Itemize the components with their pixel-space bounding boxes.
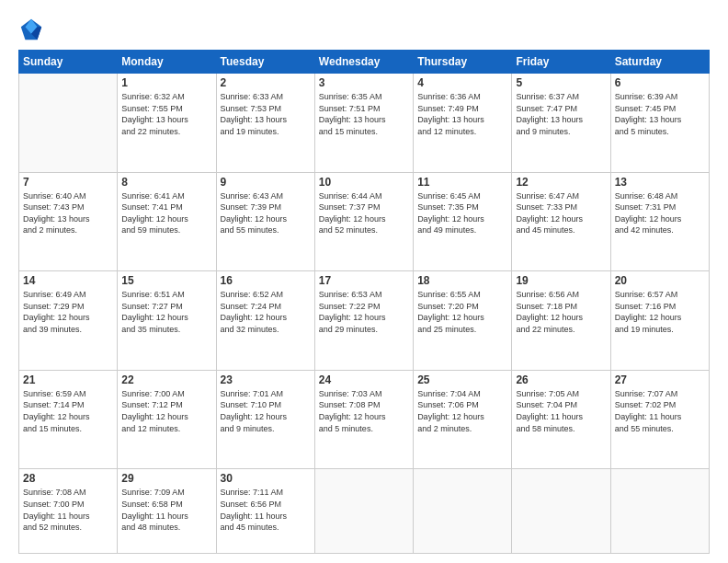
calendar-cell: 3Sunrise: 6:35 AM Sunset: 7:51 PM Daylig… [314,74,413,173]
calendar-cell: 19Sunrise: 6:56 AM Sunset: 7:18 PM Dayli… [512,271,610,371]
weekday-header-wednesday: Wednesday [314,51,413,74]
calendar-cell: 5Sunrise: 6:37 AM Sunset: 7:47 PM Daylig… [512,74,610,173]
day-number: 4 [417,76,507,89]
week-row-4: 28Sunrise: 7:08 AM Sunset: 7:00 PM Dayli… [19,469,710,554]
day-number: 1 [121,76,211,89]
calendar-cell: 15Sunrise: 6:51 AM Sunset: 7:27 PM Dayli… [118,271,216,371]
day-number: 23 [221,373,311,386]
calendar-cell: 9Sunrise: 6:43 AM Sunset: 7:39 PM Daylig… [216,172,314,271]
day-number: 8 [121,176,211,189]
day-info: Sunrise: 6:56 AM Sunset: 7:18 PM Dayligh… [516,289,606,335]
calendar-cell [512,469,610,554]
day-info: Sunrise: 7:03 AM Sunset: 7:08 PM Dayligh… [319,388,409,434]
day-number: 15 [121,274,211,287]
day-number: 12 [516,176,606,189]
day-info: Sunrise: 6:53 AM Sunset: 7:22 PM Dayligh… [319,289,409,335]
calendar-cell: 24Sunrise: 7:03 AM Sunset: 7:08 PM Dayli… [314,370,413,469]
day-number: 22 [121,373,211,386]
day-number: 19 [516,274,606,287]
calendar-cell: 12Sunrise: 6:47 AM Sunset: 7:33 PM Dayli… [512,172,610,271]
day-info: Sunrise: 6:48 AM Sunset: 7:31 PM Dayligh… [615,190,705,236]
day-info: Sunrise: 6:51 AM Sunset: 7:27 PM Dayligh… [121,289,211,335]
calendar-cell: 13Sunrise: 6:48 AM Sunset: 7:31 PM Dayli… [610,172,709,271]
calendar-cell: 27Sunrise: 7:07 AM Sunset: 7:02 PM Dayli… [610,370,709,469]
page-header [18,17,710,42]
calendar-cell: 6Sunrise: 6:39 AM Sunset: 7:45 PM Daylig… [610,74,709,173]
logo-icon [18,17,44,42]
calendar-cell: 29Sunrise: 7:09 AM Sunset: 6:58 PM Dayli… [118,469,216,554]
day-number: 30 [221,472,311,485]
calendar-cell: 23Sunrise: 7:01 AM Sunset: 7:10 PM Dayli… [216,370,314,469]
day-number: 18 [417,274,507,287]
calendar-cell: 30Sunrise: 7:11 AM Sunset: 6:56 PM Dayli… [216,469,314,554]
calendar-cell: 7Sunrise: 6:40 AM Sunset: 7:43 PM Daylig… [19,172,118,271]
day-info: Sunrise: 6:39 AM Sunset: 7:45 PM Dayligh… [615,91,705,137]
weekday-header-row: SundayMondayTuesdayWednesdayThursdayFrid… [19,51,710,74]
calendar-cell: 17Sunrise: 6:53 AM Sunset: 7:22 PM Dayli… [314,271,413,371]
calendar-cell: 20Sunrise: 6:57 AM Sunset: 7:16 PM Dayli… [610,271,709,371]
weekday-header-sunday: Sunday [19,51,118,74]
day-info: Sunrise: 6:57 AM Sunset: 7:16 PM Dayligh… [615,289,705,335]
day-number: 13 [615,176,705,189]
day-number: 9 [221,176,311,189]
day-number: 5 [516,76,606,89]
day-number: 2 [221,76,311,89]
day-number: 3 [319,76,409,89]
calendar-cell [314,469,413,554]
day-info: Sunrise: 6:33 AM Sunset: 7:53 PM Dayligh… [221,91,311,137]
day-info: Sunrise: 6:41 AM Sunset: 7:41 PM Dayligh… [121,190,211,236]
calendar-cell [19,74,118,173]
day-number: 28 [23,472,113,485]
day-info: Sunrise: 7:09 AM Sunset: 6:58 PM Dayligh… [121,487,211,533]
day-info: Sunrise: 6:32 AM Sunset: 7:55 PM Dayligh… [121,91,211,137]
day-number: 27 [615,373,705,386]
day-number: 6 [615,76,705,89]
week-row-1: 7Sunrise: 6:40 AM Sunset: 7:43 PM Daylig… [19,172,710,271]
day-info: Sunrise: 7:08 AM Sunset: 7:00 PM Dayligh… [23,487,113,533]
calendar-cell: 14Sunrise: 6:49 AM Sunset: 7:29 PM Dayli… [19,271,118,371]
day-number: 25 [417,373,507,386]
week-row-3: 21Sunrise: 6:59 AM Sunset: 7:14 PM Dayli… [19,370,710,469]
weekday-header-friday: Friday [512,51,610,74]
day-number: 10 [319,176,409,189]
calendar-cell: 25Sunrise: 7:04 AM Sunset: 7:06 PM Dayli… [414,370,512,469]
day-number: 16 [221,274,311,287]
weekday-header-thursday: Thursday [414,51,512,74]
calendar-cell: 4Sunrise: 6:36 AM Sunset: 7:49 PM Daylig… [414,74,512,173]
weekday-header-monday: Monday [118,51,216,74]
calendar-cell: 21Sunrise: 6:59 AM Sunset: 7:14 PM Dayli… [19,370,118,469]
day-number: 17 [319,274,409,287]
calendar-cell: 18Sunrise: 6:55 AM Sunset: 7:20 PM Dayli… [414,271,512,371]
calendar-cell: 1Sunrise: 6:32 AM Sunset: 7:55 PM Daylig… [118,74,216,173]
calendar-cell [414,469,512,554]
calendar-cell [610,469,709,554]
day-number: 29 [121,472,211,485]
day-info: Sunrise: 6:59 AM Sunset: 7:14 PM Dayligh… [23,388,113,434]
day-info: Sunrise: 6:43 AM Sunset: 7:39 PM Dayligh… [221,190,311,236]
day-info: Sunrise: 6:49 AM Sunset: 7:29 PM Dayligh… [23,289,113,335]
day-info: Sunrise: 6:44 AM Sunset: 7:37 PM Dayligh… [319,190,409,236]
day-number: 26 [516,373,606,386]
day-info: Sunrise: 7:07 AM Sunset: 7:02 PM Dayligh… [615,388,705,434]
calendar-cell: 26Sunrise: 7:05 AM Sunset: 7:04 PM Dayli… [512,370,610,469]
day-info: Sunrise: 7:01 AM Sunset: 7:10 PM Dayligh… [221,388,311,434]
day-number: 21 [23,373,113,386]
day-number: 24 [319,373,409,386]
calendar-cell: 10Sunrise: 6:44 AM Sunset: 7:37 PM Dayli… [314,172,413,271]
day-number: 7 [23,176,113,189]
day-info: Sunrise: 7:04 AM Sunset: 7:06 PM Dayligh… [417,388,507,434]
week-row-0: 1Sunrise: 6:32 AM Sunset: 7:55 PM Daylig… [19,74,710,173]
day-number: 14 [23,274,113,287]
day-info: Sunrise: 6:47 AM Sunset: 7:33 PM Dayligh… [516,190,606,236]
logo [18,17,50,42]
day-info: Sunrise: 6:36 AM Sunset: 7:49 PM Dayligh… [417,91,507,137]
calendar-cell: 16Sunrise: 6:52 AM Sunset: 7:24 PM Dayli… [216,271,314,371]
day-info: Sunrise: 7:05 AM Sunset: 7:04 PM Dayligh… [516,388,606,434]
weekday-header-saturday: Saturday [610,51,709,74]
day-info: Sunrise: 6:45 AM Sunset: 7:35 PM Dayligh… [417,190,507,236]
day-info: Sunrise: 6:40 AM Sunset: 7:43 PM Dayligh… [23,190,113,236]
calendar: SundayMondayTuesdayWednesdayThursdayFrid… [18,50,710,554]
day-info: Sunrise: 6:55 AM Sunset: 7:20 PM Dayligh… [417,289,507,335]
day-info: Sunrise: 6:35 AM Sunset: 7:51 PM Dayligh… [319,91,409,137]
calendar-cell: 11Sunrise: 6:45 AM Sunset: 7:35 PM Dayli… [414,172,512,271]
